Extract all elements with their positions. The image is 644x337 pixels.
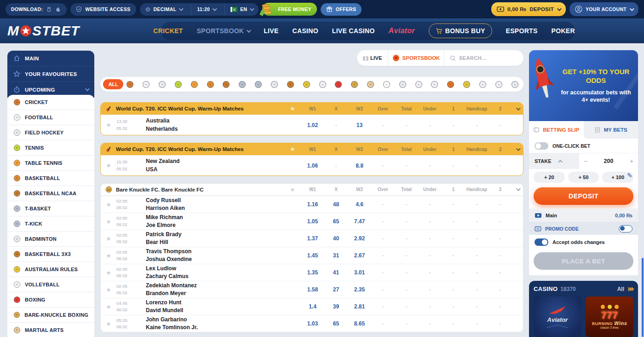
nav-cricket[interactable]: CRICKET: [153, 27, 183, 35]
sport-filter-icon[interactable]: [254, 81, 262, 88]
sport-filter-icon[interactable]: [463, 81, 471, 88]
odds-cell[interactable]: -: [442, 269, 465, 276]
stake-increase-button[interactable]: +: [625, 157, 638, 165]
odds-cell[interactable]: 1.05: [301, 218, 324, 225]
odds-cell[interactable]: -: [442, 122, 465, 128]
accept-odds-toggle[interactable]: [535, 238, 548, 246]
odds-cell[interactable]: 40: [324, 235, 348, 242]
odds-cell[interactable]: 1.03: [301, 320, 324, 327]
odds-cell[interactable]: -: [418, 252, 442, 259]
odds-cell[interactable]: 65: [324, 218, 348, 225]
odds-cell[interactable]: 4.6: [348, 201, 371, 208]
sport-filter-icon[interactable]: [431, 81, 438, 88]
match-row[interactable]: ★ 02:0008.02 Patrick BradyBear Hill 1.37…: [101, 230, 523, 247]
casino-all-link[interactable]: All: [617, 286, 624, 292]
odds-cell[interactable]: 27: [324, 286, 348, 293]
sportsbook-mode-tab[interactable]: SPORTSBOOK: [388, 50, 444, 66]
odds-cell[interactable]: -: [489, 303, 512, 310]
wallet-row[interactable]: Main 0,00 ₨: [529, 209, 638, 222]
sport-filter-icon[interactable]: [495, 81, 503, 88]
sport-filter-icon[interactable]: [238, 81, 246, 88]
match-row[interactable]: ★ 02:0008.02 Mike RichmanJoe Elmore 1.05…: [101, 213, 523, 230]
sport-filter-icon[interactable]: [303, 81, 310, 88]
odds-cell[interactable]: 2.81: [348, 303, 371, 310]
odds-cell[interactable]: -: [465, 235, 489, 242]
sport-filter-icon[interactable]: [174, 81, 182, 88]
odds-cell[interactable]: -: [442, 201, 465, 208]
favorite-star-icon[interactable]: ★: [101, 162, 116, 169]
odds-cell[interactable]: 1.35: [301, 269, 324, 276]
odds-cell[interactable]: -: [418, 320, 442, 327]
odds-cell[interactable]: -: [489, 286, 512, 293]
odds-cell[interactable]: 2.92: [348, 235, 371, 242]
odds-cell[interactable]: -: [442, 235, 465, 242]
league-header[interactable]: World Cup. T20. ICC World Cup. Warm-Up M…: [101, 103, 523, 115]
sport-filter-icon[interactable]: [207, 81, 214, 88]
odds-cell[interactable]: -: [418, 218, 442, 225]
favorite-star-icon[interactable]: ★: [101, 235, 116, 242]
chevrons-right-icon[interactable]: [628, 288, 633, 291]
sidebar-sport-item[interactable]: BADMINTON: [7, 232, 94, 247]
sidebar-sport-item[interactable]: BASKETBALL: [7, 171, 94, 186]
odds-cell[interactable]: -: [371, 320, 395, 327]
favorite-star-icon[interactable]: ★: [101, 218, 116, 225]
nav-esports[interactable]: ESPORTS: [506, 27, 538, 35]
odds-cell[interactable]: -: [465, 252, 489, 259]
odds-cell[interactable]: 31: [324, 252, 348, 259]
sidebar-sport-item[interactable]: AUSTRALIAN RULES: [7, 262, 94, 277]
sport-filter-icon[interactable]: [222, 81, 230, 88]
odds-cell[interactable]: -: [442, 286, 465, 293]
odds-cell[interactable]: 8.65: [348, 320, 371, 327]
odds-cell[interactable]: 1.58: [301, 286, 324, 293]
odds-cell[interactable]: 1.4: [301, 303, 324, 310]
tab-betting-slip[interactable]: BETTING SLIP: [529, 121, 584, 139]
quick-stake-button[interactable]: + 50: [568, 172, 599, 183]
match-row[interactable]: ★ 02:0508.02 Travis ThompsonJoshua Oxend…: [101, 247, 523, 264]
odds-cell[interactable]: 1.45: [301, 252, 324, 259]
sport-filter-icon[interactable]: [479, 81, 487, 88]
odds-cell[interactable]: -: [371, 163, 395, 169]
sidebar-item-main[interactable]: MAIN: [7, 51, 94, 66]
odds-cell[interactable]: -: [395, 218, 418, 225]
odds-cell[interactable]: -: [371, 235, 395, 242]
sport-filter-icon[interactable]: [319, 81, 327, 88]
deposit-balance-button[interactable]: 0,00 ₨ DEPOSIT: [491, 2, 566, 16]
odds-cell[interactable]: 1.02: [301, 122, 324, 128]
odds-format-select[interactable]: ⚙ DECIMAL: [140, 3, 188, 16]
odds-cell[interactable]: -: [442, 163, 465, 169]
odds-cell[interactable]: -: [395, 286, 418, 293]
odds-cell[interactable]: -: [395, 269, 418, 276]
odds-cell[interactable]: -: [395, 163, 418, 169]
website-access-button[interactable]: WEBSITE ACCESS: [70, 3, 136, 16]
sport-filter-icon[interactable]: [126, 81, 134, 88]
favorite-star-icon[interactable]: ★: [101, 269, 116, 276]
sidebar-sport-item[interactable]: BASKETBALL NCAA: [7, 186, 94, 201]
mostbet-logo[interactable]: M STBET: [7, 23, 80, 39]
game-aviator[interactable]: Aviator: [534, 296, 581, 337]
tab-my-bets[interactable]: MY BETS: [584, 121, 638, 139]
odds-cell[interactable]: 1.06: [301, 163, 324, 169]
search-input[interactable]: [459, 55, 518, 61]
odds-cell[interactable]: -: [418, 201, 442, 208]
odds-cell[interactable]: -: [489, 320, 512, 327]
sidebar-sport-item[interactable]: VOLLEYBALL: [7, 277, 94, 292]
download-pill[interactable]: DOWNLOAD:: [6, 3, 67, 16]
android-icon[interactable]: [46, 6, 52, 12]
league-header[interactable]: Bare Knuckle FC. Bare Knuckle FC ★ W1XW2…: [101, 184, 523, 196]
sidebar-sport-item[interactable]: T-BASKET: [7, 201, 94, 216]
odds-cell[interactable]: -: [395, 303, 418, 310]
odds-cell[interactable]: -: [465, 163, 489, 169]
sidebar-sport-item[interactable]: TENNIS: [7, 140, 94, 156]
odds-cell[interactable]: -: [489, 122, 512, 128]
odds-cell[interactable]: -: [465, 201, 489, 208]
sport-filter-icon[interactable]: [367, 81, 374, 88]
stake-input[interactable]: [592, 158, 625, 164]
odds-cell[interactable]: 48: [324, 201, 348, 208]
timezone-select[interactable]: 11:20: [191, 3, 221, 16]
collapse-league-button[interactable]: [512, 107, 523, 110]
language-select[interactable]: EN: [224, 3, 259, 16]
page-scrollbar-thumb[interactable]: [642, 258, 644, 337]
odds-cell[interactable]: -: [371, 286, 395, 293]
sport-filter-icon[interactable]: [190, 81, 198, 88]
favorite-star-icon[interactable]: ★: [284, 105, 301, 112]
